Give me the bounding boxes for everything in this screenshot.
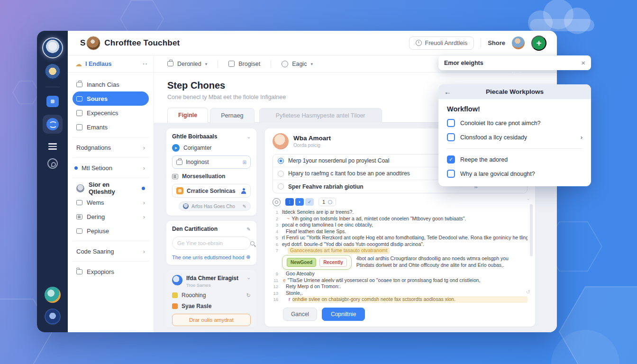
cert-search	[172, 237, 251, 250]
option-row[interactable]: Clonsfood a llcy cesidady ›	[447, 133, 582, 141]
sidebar-item-inanch-cias[interactable]: Inanch Cias	[73, 77, 149, 91]
radio-selected-icon[interactable]	[278, 158, 284, 164]
tab-pyfietese[interactable]: Pyfietese Hasmypeste antel Tiloer	[259, 108, 382, 123]
dots-tool-icon[interactable]: ⋮	[285, 198, 294, 206]
sidebar-item-soures[interactable]: Soures	[73, 91, 149, 106]
collapse-icon[interactable]: ⌄	[247, 134, 251, 139]
sidebar-section-rodgnations[interactable]: Rodgnations ›	[73, 140, 149, 155]
checkbox-unchecked[interactable]	[447, 119, 455, 127]
editor-footer: Gancel Copniltnie	[265, 304, 535, 327]
rail-item-active[interactable]	[43, 115, 63, 134]
sidebar-item-emants[interactable]: Emants	[73, 120, 149, 134]
menu-icon[interactable]	[48, 143, 57, 150]
target-icon[interactable]	[273, 198, 281, 206]
card-chmer: Ifda Chmer Eiragist Troe Sames ⌄ Rooohin…	[166, 270, 256, 327]
inoginost-field[interactable]: Inoginost ⊞	[172, 155, 251, 169]
tag-newgoed[interactable]: NewGoed	[287, 258, 316, 267]
brand-avatar[interactable]	[86, 36, 100, 50]
edit-icon: ✎	[243, 204, 246, 209]
creative-services-box[interactable]: Crratice Sorlnicas	[172, 184, 251, 198]
option-row[interactable]: ✓ Reepe the adored	[447, 155, 582, 164]
status-icon-orange	[172, 303, 178, 309]
user-avatar[interactable]	[512, 36, 525, 49]
chat-icon	[76, 96, 82, 101]
box-label: Crratice Sorlnicas	[187, 188, 236, 194]
counter-box[interactable]: 1	[318, 198, 336, 206]
link-label: The one urris edutlsmoed hood	[172, 255, 244, 260]
back-arrow-icon[interactable]: ←	[444, 88, 455, 96]
history-button[interactable]: Freuoli Anrdtleis	[409, 36, 474, 50]
sidebar-item-label: Wems	[87, 199, 104, 206]
option-row[interactable]: Conoloiet Ito care pnot aimch?	[447, 119, 582, 127]
row-rooohing[interactable]: Rooohing ↻	[172, 292, 251, 299]
add-button[interactable]: +	[531, 36, 546, 51]
divider	[73, 157, 149, 158]
checkbox-unchecked[interactable]	[447, 170, 455, 178]
nav-item-deronled[interactable]: Deronled ▾	[167, 61, 207, 67]
checkbox-unchecked[interactable]	[447, 133, 455, 141]
counter-value: 1	[322, 199, 325, 205]
sidebar-item-dering[interactable]: Dering ›	[73, 209, 149, 224]
cert-link[interactable]: The one urris edutlsmoed hood ⊕	[172, 254, 251, 260]
tag-recently[interactable]: Recently	[319, 258, 347, 267]
chevron-right-icon: ›	[143, 248, 145, 255]
sidebar-item-star-quality[interactable]: Sior en Qtleshtly	[73, 181, 149, 195]
marker-red: r	[289, 296, 291, 303]
code-editor[interactable]: 1Itdeck Senoles are ip ar treens?. 2~Yih…	[273, 209, 528, 304]
check-tool-icon[interactable]: ✓	[305, 198, 314, 206]
rail-avatar-navy[interactable]	[45, 309, 61, 325]
edit-icon[interactable]: ✎	[247, 227, 251, 232]
tab-figinle[interactable]: Figinle	[167, 108, 208, 123]
sidebar-item-expopiors[interactable]: Expopiors	[73, 264, 149, 279]
author-avatar[interactable]	[273, 133, 289, 149]
comment-tool-icon[interactable]: ◗	[295, 198, 304, 206]
option-label: Clonsfood a llcy cesidady	[460, 134, 527, 141]
editor-scrollbar[interactable]	[530, 204, 533, 256]
cancel-button[interactable]: Gancel	[283, 308, 317, 321]
chevron-right-icon: ›	[143, 199, 145, 206]
error-toast[interactable]: Emor eleights ×	[438, 55, 591, 70]
continue-button[interactable]: Copniltnie	[322, 308, 365, 321]
option-row[interactable]: Why a lare govical dnought?	[447, 170, 582, 178]
close-icon[interactable]: ×	[581, 59, 585, 67]
code-line-highlighted: onhdie svlee on chataigbr-gory comdsh ne…	[292, 296, 528, 303]
radio-icon[interactable]	[278, 171, 284, 177]
compass-icon[interactable]	[47, 158, 58, 169]
outline-action-button[interactable]: Drar oulis amydrat	[172, 314, 251, 326]
sidebar-section-mtl-setioon[interactable]: Mtl Setioon ›	[73, 161, 149, 175]
nav-item-eagic[interactable]: Eagic ▾	[282, 61, 313, 67]
rail-divider	[46, 87, 60, 87]
refresh-icon[interactable]: ↻	[246, 292, 251, 299]
share-button[interactable]: Shore	[488, 39, 505, 46]
member-pill[interactable]: Arfos Has Goes Cho ✎	[179, 201, 251, 211]
sidebar-item-pepiuse[interactable]: Pepiuse	[73, 224, 149, 238]
sidebar-item-wems[interactable]: Wems ›	[73, 195, 149, 209]
author-name: Wba Amoart	[293, 135, 331, 142]
tab-pernaeg[interactable]: Pernaeg	[210, 108, 254, 123]
author-subtitle: Oorda poicig	[293, 143, 331, 148]
chevron-right-icon: ›	[143, 144, 145, 151]
nav-item-brogiset[interactable]: Brogiset	[228, 61, 260, 67]
list-icon	[172, 174, 178, 179]
secondary-badge[interactable]	[45, 64, 61, 80]
bookmark-icon	[76, 110, 82, 116]
code-line: Goo Ateoaby	[282, 271, 528, 277]
sidebar-item-expecenics[interactable]: Expecenics	[73, 106, 149, 120]
cube-icon[interactable]	[46, 96, 59, 107]
chevron-right-icon[interactable]: ›	[581, 134, 582, 141]
rail-avatar-teal[interactable]	[45, 287, 61, 303]
chevron-right-icon: ›	[143, 213, 145, 220]
sidebar-more-menu[interactable]: ··	[143, 60, 148, 67]
service-icon	[176, 187, 183, 194]
sidebar-section-code-saaring[interactable]: Code Saaring ›	[73, 244, 149, 258]
app-logo-badge[interactable]	[42, 37, 63, 58]
row-corigamter[interactable]: ➤ Corigamter	[172, 144, 251, 152]
sidebar-project-name[interactable]: I Endlaus	[85, 61, 112, 67]
checkbox-checked[interactable]: ✓	[447, 155, 455, 164]
collapse-icon[interactable]: ⌄	[247, 275, 251, 280]
cert-search-input[interactable]	[177, 240, 250, 246]
row-morseselluation[interactable]: Morseselluation	[172, 173, 251, 180]
radio-icon[interactable]	[278, 183, 284, 190]
divider	[73, 137, 149, 137]
row-syae-rasle[interactable]: Syae Rasle	[172, 303, 251, 309]
